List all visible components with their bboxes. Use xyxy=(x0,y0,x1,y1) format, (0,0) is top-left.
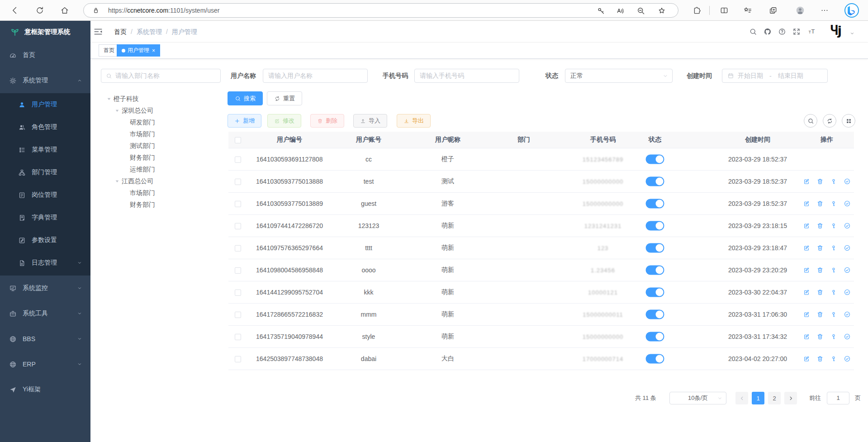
table-search-button[interactable] xyxy=(804,114,817,128)
copilot-icon[interactable] xyxy=(844,3,859,18)
collections-icon[interactable] xyxy=(768,6,778,15)
tree-expand-icon[interactable] xyxy=(114,107,121,114)
tree-node-市场部门[interactable]: 市场部门 xyxy=(101,187,221,199)
row-checkbox[interactable] xyxy=(235,244,241,252)
add-favorite-icon[interactable] xyxy=(657,6,666,15)
sidebar-item-角色管理[interactable]: 角色管理 xyxy=(0,116,90,138)
status-toggle[interactable] xyxy=(646,266,664,275)
table-refresh-button[interactable] xyxy=(823,114,836,128)
edit-button[interactable]: 修改 xyxy=(267,114,301,128)
tree-node-江西总公司[interactable]: 江西总公司 xyxy=(101,176,221,187)
row-delete-icon[interactable] xyxy=(816,355,824,362)
row-delete-icon[interactable] xyxy=(816,178,824,185)
dept-search-input[interactable]: 请输入部门名称 xyxy=(101,69,221,83)
row-checkbox[interactable] xyxy=(235,333,241,340)
user-logo[interactable]: Ⴗj xyxy=(830,24,841,38)
status-toggle[interactable] xyxy=(646,288,664,297)
more-menu-icon[interactable] xyxy=(820,6,829,15)
tree-node-财务部门[interactable]: 财务部门 xyxy=(101,152,221,164)
row-edit-icon[interactable] xyxy=(803,355,810,362)
row-assign-role-icon[interactable] xyxy=(844,244,851,252)
sidebar-item-BBS[interactable]: BBS xyxy=(0,326,90,352)
extensions-icon[interactable] xyxy=(693,6,702,15)
row-assign-role-icon[interactable] xyxy=(844,355,851,362)
row-checkbox[interactable] xyxy=(235,266,241,274)
row-assign-role-icon[interactable] xyxy=(844,178,851,185)
tree-node-运维部门[interactable]: 运维部门 xyxy=(101,164,221,176)
row-delete-icon[interactable] xyxy=(816,222,824,229)
row-assign-role-icon[interactable] xyxy=(844,289,851,296)
sidebar-item-部门管理[interactable]: 部门管理 xyxy=(0,161,90,184)
tree-node-橙子科技[interactable]: 橙子科技 xyxy=(101,93,221,105)
row-checkbox[interactable] xyxy=(235,311,241,318)
row-checkbox[interactable] xyxy=(235,200,241,207)
sidebar-item-参数设置[interactable]: 参数设置 xyxy=(0,229,90,252)
sidebar-item-系统监控[interactable]: 系统监控 xyxy=(0,276,90,301)
search-button[interactable]: 搜索 xyxy=(228,91,263,105)
row-edit-icon[interactable] xyxy=(803,178,810,185)
sidebar-item-菜单管理[interactable]: 菜单管理 xyxy=(0,138,90,161)
tree-node-财务部门[interactable]: 财务部门 xyxy=(101,199,221,211)
row-assign-role-icon[interactable] xyxy=(844,266,851,274)
import-button[interactable]: 导入 xyxy=(353,114,387,128)
status-toggle[interactable] xyxy=(646,177,664,186)
row-assign-role-icon[interactable] xyxy=(844,222,851,229)
row-delete-icon[interactable] xyxy=(816,289,824,296)
next-page-button[interactable] xyxy=(784,392,797,404)
tree-node-市场部门[interactable]: 市场部门 xyxy=(101,128,221,140)
tree-node-测试部门[interactable]: 测试部门 xyxy=(101,140,221,152)
page-size-select[interactable]: 10条/页 xyxy=(669,392,726,404)
row-checkbox[interactable] xyxy=(235,289,241,296)
zoom-out-icon[interactable] xyxy=(636,6,645,15)
reset-button[interactable]: 重置 xyxy=(267,91,302,105)
add-button[interactable]: 新增 xyxy=(228,114,261,128)
row-checkbox[interactable] xyxy=(235,355,241,362)
sidebar-item-系统管理[interactable]: 系统管理 xyxy=(0,68,90,93)
fullscreen-icon[interactable] xyxy=(792,28,801,36)
row-edit-icon[interactable] xyxy=(803,266,810,274)
fold-sidebar-icon[interactable] xyxy=(93,27,103,37)
sidebar-item-字典管理[interactable]: 字典管理 xyxy=(0,206,90,229)
status-toggle[interactable] xyxy=(646,199,664,209)
delete-button[interactable]: 删除 xyxy=(310,114,344,128)
split-screen-icon[interactable] xyxy=(720,6,729,15)
tree-expand-icon[interactable] xyxy=(105,95,113,103)
refresh-icon[interactable] xyxy=(35,6,44,15)
row-edit-icon[interactable] xyxy=(803,333,810,340)
row-checkbox[interactable] xyxy=(235,178,241,185)
row-reset-password-icon[interactable] xyxy=(830,333,837,340)
sidebar-item-Yi框架[interactable]: Yi框架 xyxy=(0,377,90,402)
page-button-2[interactable]: 2 xyxy=(768,392,781,404)
sidebar-item-首页[interactable]: 首页 xyxy=(0,43,90,68)
password-key-icon[interactable] xyxy=(597,6,606,15)
tree-node-研发部门[interactable]: 研发部门 xyxy=(101,117,221,128)
read-aloud-icon[interactable] xyxy=(616,6,625,15)
sidebar-item-日志管理[interactable]: 日志管理 xyxy=(0,252,90,274)
row-edit-icon[interactable] xyxy=(803,289,810,296)
github-icon[interactable] xyxy=(764,28,772,36)
row-edit-icon[interactable] xyxy=(803,222,810,229)
row-delete-icon[interactable] xyxy=(816,200,824,207)
row-reset-password-icon[interactable] xyxy=(830,222,837,229)
table-columns-button[interactable] xyxy=(842,114,855,128)
sidebar-item-岗位管理[interactable]: 岗位管理 xyxy=(0,184,90,206)
row-edit-icon[interactable] xyxy=(803,244,810,252)
header-checkbox[interactable] xyxy=(235,136,241,143)
row-assign-role-icon[interactable] xyxy=(844,311,851,318)
row-delete-icon[interactable] xyxy=(816,244,824,252)
goto-page-input[interactable]: 1 xyxy=(827,392,849,404)
status-toggle[interactable] xyxy=(646,155,664,164)
export-button[interactable]: 导出 xyxy=(397,114,431,128)
row-reset-password-icon[interactable] xyxy=(830,178,837,185)
font-size-icon[interactable]: TT xyxy=(808,28,816,36)
row-delete-icon[interactable] xyxy=(816,311,824,318)
sidebar-item-ERP[interactable]: ERP xyxy=(0,352,90,377)
tree-expand-icon[interactable] xyxy=(114,178,121,185)
row-assign-role-icon[interactable] xyxy=(844,333,851,340)
filter-phone-input[interactable]: 请输入手机号码 xyxy=(414,69,519,83)
sidebar-item-系统工具[interactable]: 系统工具 xyxy=(0,301,90,326)
row-checkbox[interactable] xyxy=(235,156,241,163)
row-reset-password-icon[interactable] xyxy=(830,289,837,296)
row-edit-icon[interactable] xyxy=(803,200,810,207)
help-icon[interactable] xyxy=(778,28,786,36)
